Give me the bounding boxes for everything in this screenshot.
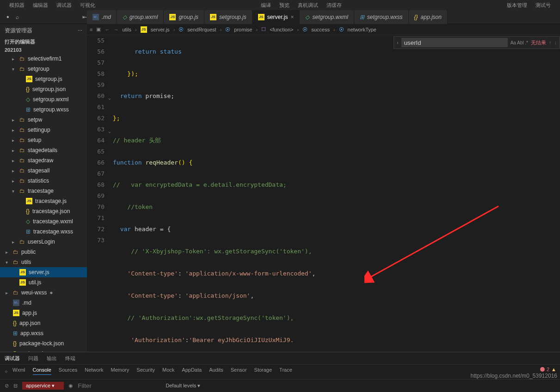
collapse-icon[interactable]: ⇤ xyxy=(82,14,87,20)
devtool-tab[interactable]: Network xyxy=(85,367,103,375)
tab-setgroup-wxml[interactable]: ◇ setgroup.wxml xyxy=(300,10,354,24)
file-item[interactable]: ◇setgroup.wxml xyxy=(0,94,87,104)
context-selector[interactable]: appservice ▾ xyxy=(22,382,64,390)
file-item[interactable]: ⊞app.wxss xyxy=(0,328,87,338)
file-item[interactable]: ▸🗀stagedraw xyxy=(0,155,87,165)
tab-bar: • ⌕ ⇤ M↓ .md◇ group.wxmlJS group.jsJS se… xyxy=(0,10,560,24)
file-item[interactable]: JStracestage.js xyxy=(0,196,87,206)
file-item[interactable]: JSutil.js xyxy=(0,277,87,288)
menu-item[interactable]: 调试器 xyxy=(56,2,72,9)
code-editor[interactable]: 555657585960⌄616263⌄64656667686970717273… xyxy=(87,35,560,352)
file-item[interactable]: ▸🗀public xyxy=(0,247,87,257)
open-editors-label[interactable]: 打开的编辑器 xyxy=(0,37,87,46)
file-item[interactable]: ▸🗀setup xyxy=(0,135,87,145)
tab-setgroup-wxss[interactable]: ⊞ setgroup.wxss xyxy=(354,10,409,24)
menu-item[interactable]: 版本管理 xyxy=(507,2,527,9)
js-icon: JS xyxy=(141,26,147,33)
file-item[interactable]: ▸🗀weui-wxss ● xyxy=(0,288,87,298)
menu-item[interactable]: 编译 xyxy=(261,2,271,9)
search-input[interactable] xyxy=(401,38,508,47)
file-item[interactable]: ▾🗀setgroup xyxy=(0,64,87,74)
file-item[interactable]: {}app.json xyxy=(0,318,87,328)
file-item[interactable]: JSserver.js xyxy=(0,267,87,277)
menu-item[interactable]: 真机调试 xyxy=(298,2,318,9)
devtool-tab[interactable]: Wxml xyxy=(12,367,25,375)
menu-item[interactable]: 清缓存 xyxy=(326,2,342,9)
panel-tab[interactable]: 问题 xyxy=(28,355,38,362)
file-item[interactable]: {}tracestage.json xyxy=(0,206,87,216)
crumb[interactable]: server.js xyxy=(151,27,170,32)
devtool-tab[interactable]: Storage xyxy=(254,367,272,375)
toggle-icon[interactable]: ⊟ xyxy=(13,383,18,389)
panel-tab[interactable]: 输出 xyxy=(47,355,57,362)
file-item[interactable]: ▸🗀usersLogin xyxy=(0,237,87,247)
devtool-tab[interactable]: Mock xyxy=(162,367,174,375)
file-item[interactable]: ▾🗀tracestage xyxy=(0,186,87,196)
tab-app-json[interactable]: {} app.json xyxy=(409,10,448,24)
crumb[interactable]: promise xyxy=(234,27,252,32)
save-icon[interactable]: ▣ xyxy=(96,26,101,32)
forward-icon[interactable]: → xyxy=(113,27,118,32)
crumb[interactable]: success xyxy=(311,27,330,32)
error-badge[interactable]: 2▲ xyxy=(540,367,556,372)
file-item[interactable]: ▸🗀statistics xyxy=(0,176,87,186)
file-item[interactable]: ◇tracestage.wxml xyxy=(0,216,87,227)
more-icon[interactable]: ··· xyxy=(78,27,82,35)
file-item[interactable]: ⊞setgroup.wxss xyxy=(0,104,87,115)
file-item[interactable]: JSapp.js xyxy=(0,308,87,318)
crumb[interactable]: utils xyxy=(122,27,131,32)
panel-tab[interactable]: 调试器 xyxy=(5,355,20,362)
file-item[interactable]: JSsetgroup.js xyxy=(0,74,87,84)
panel-tab[interactable]: 终端 xyxy=(65,355,75,362)
close-icon[interactable]: × xyxy=(290,14,294,20)
match-options[interactable]: Aa Abl .* xyxy=(511,40,528,45)
inspect-icon[interactable]: ⟐ xyxy=(5,368,8,374)
menu-icon[interactable]: • xyxy=(6,13,9,21)
explorer-sidebar: 资源管理器 ··· 打开的编辑器 202103 ▸🗀selectivefirm1… xyxy=(0,24,87,352)
devtool-tab[interactable]: Memory xyxy=(111,367,129,375)
devtool-tab[interactable]: Trace xyxy=(279,367,292,375)
menu-item[interactable]: 编辑器 xyxy=(33,2,48,9)
file-item[interactable]: M↓.md xyxy=(0,298,87,308)
file-item[interactable]: {}setgroup.json xyxy=(0,84,87,94)
menu-item[interactable]: 可视化 xyxy=(80,2,95,9)
file-item[interactable]: ▸🗀stagedetails xyxy=(0,145,87,155)
file-item[interactable]: ▸🗀stagesall xyxy=(0,165,87,176)
tab-group-wxml[interactable]: ◇ group.wxml xyxy=(117,10,164,24)
tab--md[interactable]: M↓ .md xyxy=(87,10,117,24)
clear-icon[interactable]: ⊘ xyxy=(5,383,9,389)
devtool-tab[interactable]: Sensor xyxy=(231,367,247,375)
devtool-tab-console[interactable]: Console xyxy=(33,367,51,375)
levels-selector[interactable]: Default levels ▾ xyxy=(166,383,200,389)
prev-icon[interactable]: ↑ xyxy=(549,40,552,45)
file-item[interactable]: {}package.json xyxy=(0,349,87,352)
file-item[interactable]: ▾🗀utils xyxy=(0,257,87,267)
tab-server-js[interactable]: JS server.js × xyxy=(252,10,300,24)
menu-item[interactable]: 测试号 xyxy=(535,2,551,9)
crumb[interactable]: sendRrquest xyxy=(187,27,216,32)
devtool-tab[interactable]: Sources xyxy=(59,367,77,375)
expand-icon[interactable]: › xyxy=(397,40,399,45)
tab-setgroup-js[interactable]: JS setgroup.js xyxy=(204,10,252,24)
file-item[interactable]: ▸🗀settingup xyxy=(0,125,87,135)
menu-item[interactable]: 模拟器 xyxy=(9,2,25,9)
tab-group-js[interactable]: JS group.js xyxy=(164,10,204,24)
project-root[interactable]: 202103 xyxy=(0,46,87,54)
file-item[interactable]: ▸🗀selectivefirm1 xyxy=(0,54,87,64)
file-item[interactable]: ▸🗀setpw xyxy=(0,115,87,125)
toolbar-icon[interactable]: ≡ xyxy=(90,27,92,32)
file-item[interactable]: ⊞tracestage.wxss xyxy=(0,227,87,237)
file-item[interactable]: {}package-lock.json xyxy=(0,338,87,349)
back-icon[interactable]: ← xyxy=(105,27,110,32)
filter-input[interactable] xyxy=(78,382,161,389)
code-content[interactable]: return status }); return promise; }; // … xyxy=(113,35,560,352)
eye-icon[interactable]: ◉ xyxy=(68,383,73,389)
crumb[interactable]: networkType xyxy=(348,27,376,32)
search-icon[interactable]: ⌕ xyxy=(16,14,19,20)
menu-item[interactable]: 预览 xyxy=(279,2,289,9)
devtool-tab[interactable]: AppData xyxy=(182,367,202,375)
next-icon[interactable]: ↓ xyxy=(554,40,557,45)
devtool-tab[interactable]: Security xyxy=(136,367,155,375)
crumb[interactable]: <function> xyxy=(270,27,293,32)
devtool-tab[interactable]: Audits xyxy=(209,367,223,375)
